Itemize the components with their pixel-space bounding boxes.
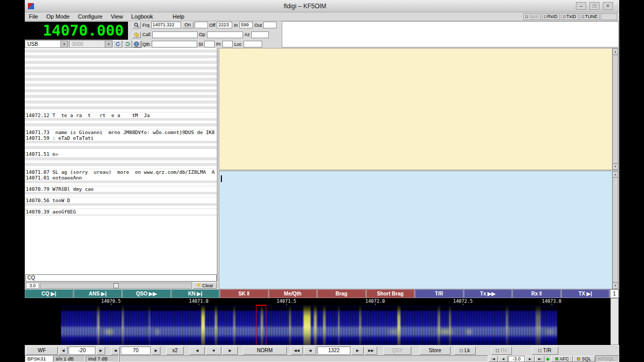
txrx-button[interactable]: T/R bbox=[532, 347, 558, 355]
scroll-down-icon[interactable]: ▼ bbox=[613, 283, 618, 289]
afc-button[interactable]: AFC bbox=[551, 356, 573, 362]
wf-shift-left-button[interactable]: ◀ bbox=[189, 347, 205, 355]
kpsql-button[interactable]: KPSQL bbox=[595, 355, 619, 362]
restore-defaults-button[interactable] bbox=[114, 40, 122, 48]
toggle-tune[interactable]: TUNE bbox=[579, 13, 600, 20]
macro-button-kn[interactable]: KN ▶| bbox=[171, 289, 220, 298]
scroll-down-icon[interactable]: ▼ bbox=[613, 163, 618, 170]
reverse-button[interactable]: Rv bbox=[491, 347, 512, 355]
menu-item-logbook[interactable]: Logbook bbox=[127, 13, 157, 20]
qrz-lookup-button[interactable] bbox=[132, 22, 141, 28]
wf-pause-button[interactable]: ■ bbox=[206, 347, 221, 355]
rx-text-panel[interactable]: ▲ ▼ bbox=[219, 48, 619, 170]
wf-lower-decrease-button[interactable]: ◀ bbox=[59, 347, 68, 355]
wf-mode-button[interactable]: WF bbox=[26, 347, 58, 355]
wf-shift-right-button[interactable]: ▶ bbox=[222, 347, 238, 355]
locator-map-button[interactable] bbox=[132, 41, 141, 47]
browser-line-14071.73[interactable]: 14071.73 name is Giovanni mrno JM88DVfo:… bbox=[26, 129, 217, 135]
status-mode[interactable]: BPSK31 bbox=[25, 355, 53, 362]
waterfall-cursor[interactable] bbox=[256, 305, 266, 345]
rx-scrollbar[interactable]: ▲ ▼ bbox=[612, 48, 618, 170]
time-off-field[interactable]: 2223 bbox=[217, 22, 232, 28]
state-field[interactable] bbox=[204, 41, 215, 47]
qsy-button[interactable]: QSY bbox=[383, 347, 411, 355]
wf-lower-increase-button[interactable]: ▶ bbox=[96, 347, 105, 355]
frequency-display[interactable]: 14070.000 bbox=[25, 22, 128, 40]
tx-level-decrease-button[interactable]: ◀ bbox=[498, 356, 508, 362]
browser-line-14070.79[interactable]: 14070.79 W7RšBl dmy cae bbox=[26, 186, 217, 192]
browser-line-14070.56[interactable]: 14070.56 tooW D bbox=[26, 198, 217, 203]
op-field[interactable] bbox=[207, 31, 243, 38]
browser-squelch-slider[interactable] bbox=[40, 283, 192, 289]
qth-field[interactable] bbox=[152, 41, 197, 47]
rx-scroll-thumb[interactable] bbox=[613, 55, 618, 163]
macro-button-sk[interactable]: SK ‖ bbox=[220, 289, 268, 298]
browser-line-14071.51[interactable]: 14071.51 e= bbox=[26, 151, 217, 157]
wf-range-increase-button[interactable]: ▶ bbox=[152, 347, 160, 355]
tx-text-panel[interactable]: ▲ ▼ bbox=[219, 171, 619, 289]
wf-range-value[interactable]: 70 bbox=[121, 347, 151, 355]
call-field[interactable] bbox=[152, 31, 198, 38]
toggle-txid[interactable]: TxID bbox=[561, 13, 578, 20]
minimize-button[interactable]: – bbox=[576, 2, 586, 10]
menu-item-file[interactable]: File bbox=[25, 13, 42, 20]
carrier-frequency-value[interactable]: 1322 bbox=[317, 347, 350, 355]
browser-line-14071.01[interactable]: 14071.01 eotoaeeAnn bbox=[26, 175, 217, 180]
macro-button-t-r[interactable]: T/R bbox=[415, 289, 463, 298]
macro-button-me-qth[interactable]: Me/Qth bbox=[269, 289, 317, 298]
macro-button-tx[interactable]: TX ▶| bbox=[561, 289, 610, 298]
slider-thumb[interactable] bbox=[114, 283, 119, 288]
tx-level-increase-button[interactable]: ▶ bbox=[525, 356, 535, 362]
rst-in-field[interactable]: 599 bbox=[239, 22, 253, 28]
rst-out-field[interactable] bbox=[263, 22, 277, 28]
chevron-down-icon[interactable]: ▼ bbox=[60, 41, 68, 47]
macro-set-indicator[interactable]: 1 bbox=[610, 289, 619, 298]
macro-button-qso[interactable]: QSO ▶▶ bbox=[122, 289, 171, 298]
maximize-button[interactable]: □ bbox=[589, 2, 600, 10]
tx-level-first-button[interactable]: |◀ bbox=[489, 356, 498, 362]
macro-button-rx[interactable]: Rx ‖ bbox=[512, 289, 561, 298]
toggle-spot[interactable]: Spot bbox=[523, 13, 541, 20]
wf-zoom-button[interactable]: x2 bbox=[166, 347, 184, 355]
browser-line-14071.59[interactable]: 14071.59 : eTaD eTaTati bbox=[26, 135, 217, 141]
browser-line-14070.39[interactable]: 14070.39 aeoGf0EG bbox=[26, 209, 217, 215]
macro-button-ans[interactable]: ANS ▶| bbox=[74, 289, 122, 298]
carrier-decrease-button[interactable]: ◀ bbox=[304, 347, 316, 355]
macro-button-short-brag[interactable]: Short Brag bbox=[366, 289, 415, 298]
macro-button-brag[interactable]: Brag bbox=[317, 289, 366, 298]
callsign-tag-button[interactable] bbox=[132, 31, 141, 38]
browser-line-14071.07[interactable]: 14071.07 SL ag (sorry ureau) more on www… bbox=[26, 169, 217, 175]
time-on-button[interactable]: On bbox=[182, 22, 194, 28]
bandwidth-select[interactable]: 3000 ▼ bbox=[69, 40, 112, 48]
menu-item-configure[interactable]: Configure bbox=[74, 13, 107, 20]
store-button[interactable]: Store bbox=[420, 347, 450, 355]
browser-squelch-value[interactable]: 3.0 bbox=[26, 283, 39, 289]
browser-clear-button[interactable]: Clear bbox=[193, 282, 217, 289]
carrier-seek-left-button[interactable]: ◀◀ bbox=[291, 347, 303, 355]
tx-level-last-button[interactable]: ▶| bbox=[535, 356, 544, 362]
menu-item-view[interactable]: View bbox=[107, 13, 127, 20]
mode-select[interactable]: USB ▼ bbox=[25, 40, 68, 48]
browser-search-input[interactable]: CQ bbox=[25, 274, 217, 282]
menu-item-op-mode[interactable]: Op Mode bbox=[42, 13, 74, 20]
scroll-up-icon[interactable]: ▲ bbox=[613, 171, 618, 177]
reload-button[interactable] bbox=[123, 40, 132, 48]
tx-scroll-thumb[interactable] bbox=[613, 177, 618, 283]
carrier-increase-button[interactable]: ▶ bbox=[351, 347, 364, 355]
toggle-blank[interactable] bbox=[601, 13, 617, 20]
wf-speed-button[interactable]: NORM bbox=[243, 347, 287, 355]
lock-button[interactable]: Lk bbox=[454, 347, 476, 355]
tx-level-value[interactable]: -3.0 bbox=[508, 356, 525, 362]
wf-lower-value[interactable]: -20 bbox=[69, 347, 95, 355]
chevron-down-icon[interactable]: ▼ bbox=[105, 41, 112, 47]
titlebar[interactable]: fldigi – KF5OIM – □ × bbox=[25, 0, 619, 12]
waterfall-display[interactable] bbox=[25, 305, 610, 345]
scroll-up-icon[interactable]: ▲ bbox=[613, 48, 618, 55]
toggle-rxid[interactable]: RxID bbox=[542, 13, 560, 20]
macro-button-cq[interactable]: CQ ▶| bbox=[25, 289, 73, 298]
time-on-field[interactable] bbox=[195, 22, 208, 28]
wf-range-decrease-button[interactable]: ◀ bbox=[111, 347, 120, 355]
frequency-field[interactable]: 14071.322 bbox=[151, 22, 181, 28]
menu-item-help[interactable]: Help bbox=[169, 13, 189, 20]
tx-scrollbar[interactable]: ▲ ▼ bbox=[612, 171, 618, 289]
